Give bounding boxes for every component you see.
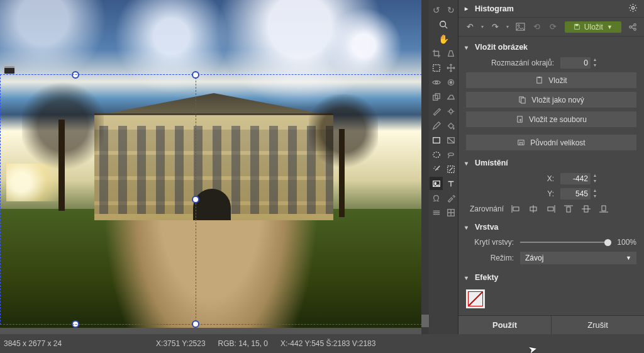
paste-button[interactable]: Vložit bbox=[466, 72, 636, 88]
tool-zoom-icon[interactable] bbox=[430, 18, 457, 31]
svg-line-1 bbox=[445, 26, 448, 28]
svg-point-8 bbox=[449, 109, 452, 113]
align-right-icon[interactable] bbox=[545, 204, 557, 214]
pos-x-input[interactable] bbox=[560, 173, 591, 184]
align-bottom-icon[interactable] bbox=[598, 204, 609, 214]
tool-undo-history-icon[interactable]: ↺ bbox=[430, 3, 443, 16]
svg-point-3 bbox=[435, 81, 438, 84]
tool-eyedropper-icon[interactable] bbox=[444, 191, 457, 205]
svg-rect-30 bbox=[513, 207, 519, 211]
tool-clone-icon[interactable] bbox=[430, 90, 443, 103]
tool-rect-select-icon[interactable] bbox=[430, 61, 443, 74]
align-top-icon[interactable] bbox=[563, 204, 574, 214]
status-rgb: RGB: 14, 15, 0 bbox=[217, 339, 279, 348]
undo-icon[interactable]: ↶ bbox=[465, 21, 475, 33]
histogram-header[interactable]: ▸ Histogram bbox=[458, 0, 644, 18]
svg-rect-27 bbox=[518, 116, 522, 122]
tool-brush-icon[interactable] bbox=[430, 104, 443, 118]
tool-local-edit-icon[interactable] bbox=[444, 104, 457, 118]
chevron-right-icon: ▸ bbox=[465, 5, 471, 12]
gear-icon[interactable] bbox=[628, 3, 638, 14]
insert-image-header[interactable]: ▾ Vložit obrázek bbox=[458, 39, 644, 55]
crop2-icon[interactable]: ⟲ bbox=[532, 21, 542, 33]
placement-header[interactable]: ▾ Umístění bbox=[458, 155, 644, 171]
tool-ellipse-select-icon[interactable] bbox=[430, 148, 443, 161]
pos-y-spinner[interactable]: ▲▼ bbox=[592, 188, 598, 199]
tool-redeye-icon[interactable] bbox=[444, 76, 457, 89]
tool-shape-rect-icon[interactable] bbox=[430, 133, 443, 147]
svg-point-18 bbox=[518, 25, 519, 26]
toolbox: ↺ ↻ ✋ Ω bbox=[428, 0, 458, 334]
align-hcenter-icon[interactable] bbox=[528, 204, 539, 214]
svg-point-16 bbox=[631, 6, 634, 9]
handle-top-mid[interactable] bbox=[72, 71, 79, 79]
effects-header[interactable]: ▾ Efekty bbox=[458, 269, 644, 286]
pos-y-input[interactable] bbox=[560, 188, 591, 199]
svg-rect-2 bbox=[433, 64, 440, 71]
paste-as-new-button[interactable]: Vložit jako nový bbox=[466, 92, 636, 108]
tool-grid-icon[interactable] bbox=[444, 206, 457, 219]
canvas-area[interactable] bbox=[0, 0, 428, 334]
svg-point-0 bbox=[440, 21, 446, 26]
right-panel: ▸ Histogram ↶▾ ↷▾ ⟲ ⟳ Uložit ▼ ▾ Vložit … bbox=[458, 0, 644, 334]
tool-move-icon[interactable] bbox=[444, 61, 457, 74]
handle-mid-right[interactable] bbox=[192, 196, 199, 203]
svg-rect-23 bbox=[537, 77, 541, 83]
apply-button[interactable]: Použít bbox=[458, 316, 551, 334]
opacity-value: 100% bbox=[611, 238, 636, 247]
tool-pencil-icon[interactable] bbox=[430, 119, 443, 132]
tool-omega-icon[interactable]: Ω bbox=[430, 191, 443, 205]
svg-rect-26 bbox=[521, 98, 526, 103]
original-size-button[interactable]: Původní velikost bbox=[466, 135, 636, 150]
canvas-image bbox=[0, 0, 428, 328]
redo-icon[interactable]: ↷ bbox=[490, 21, 500, 33]
save-label: Uložit bbox=[584, 23, 603, 31]
save-button[interactable]: Uložit ▼ bbox=[565, 21, 621, 33]
tool-hand-icon[interactable]: ✋ bbox=[430, 32, 457, 45]
edge-blur-spinner[interactable]: ▲▼ bbox=[592, 57, 598, 69]
no-effect-icon[interactable] bbox=[466, 289, 485, 308]
svg-rect-28 bbox=[518, 140, 524, 145]
blend-mode-select[interactable]: Závoj ▼ bbox=[520, 252, 636, 264]
svg-point-11 bbox=[433, 152, 440, 157]
tool-iron-icon[interactable] bbox=[444, 90, 457, 103]
edge-blur-input[interactable] bbox=[560, 57, 591, 69]
tool-place-image-icon[interactable] bbox=[430, 177, 443, 190]
canvas-hscrollbar[interactable] bbox=[0, 328, 428, 334]
tool-redo-icon[interactable]: ↻ bbox=[444, 3, 457, 16]
handle-top-right[interactable] bbox=[192, 71, 199, 79]
tool-crop-icon[interactable] bbox=[430, 47, 443, 60]
cancel-button[interactable]: Zrušit bbox=[551, 316, 644, 334]
tool-perspective-icon[interactable] bbox=[444, 47, 457, 60]
tool-lasso-icon[interactable] bbox=[444, 148, 457, 161]
canvas-vscrollbar[interactable] bbox=[421, 0, 429, 334]
svg-point-21 bbox=[634, 23, 636, 26]
rotate-icon[interactable]: ⟳ bbox=[548, 21, 558, 33]
align-vcenter-icon[interactable] bbox=[580, 204, 592, 214]
tool-gradient-icon[interactable] bbox=[444, 133, 457, 147]
status-selection: X:-442 Y:545 Š:2183 V:2183 bbox=[279, 339, 387, 348]
tool-selection-brush-icon[interactable] bbox=[444, 162, 457, 176]
status-bar: 3845 x 2677 x 24 X:3751 Y:2523 RGB: 14, … bbox=[0, 334, 644, 353]
svg-rect-19 bbox=[575, 25, 578, 26]
tool-fill-icon[interactable] bbox=[444, 119, 457, 132]
handle-bot-right[interactable] bbox=[192, 320, 199, 328]
svg-point-22 bbox=[634, 28, 636, 30]
svg-rect-24 bbox=[538, 77, 541, 78]
chevron-down-icon: ▾ bbox=[465, 224, 471, 231]
align-left-icon[interactable] bbox=[510, 204, 521, 214]
chevron-down-icon: ▾ bbox=[465, 44, 471, 51]
svg-point-5 bbox=[450, 81, 452, 84]
opacity-slider[interactable] bbox=[520, 238, 611, 247]
handle-bot-mid[interactable] bbox=[72, 320, 79, 328]
tool-magic-wand-icon[interactable] bbox=[430, 162, 443, 176]
share-icon[interactable] bbox=[628, 21, 638, 33]
image-icon[interactable] bbox=[515, 21, 525, 33]
tool-lines-icon[interactable] bbox=[430, 206, 443, 219]
paste-from-file-button[interactable]: Vložit ze souboru bbox=[466, 111, 636, 127]
pos-x-spinner[interactable]: ▲▼ bbox=[592, 173, 598, 184]
chevron-down-icon: ▼ bbox=[626, 255, 631, 261]
tool-eye-icon[interactable] bbox=[430, 76, 443, 89]
tool-text-icon[interactable] bbox=[444, 177, 457, 190]
layer-header[interactable]: ▾ Vrstva bbox=[458, 219, 644, 235]
